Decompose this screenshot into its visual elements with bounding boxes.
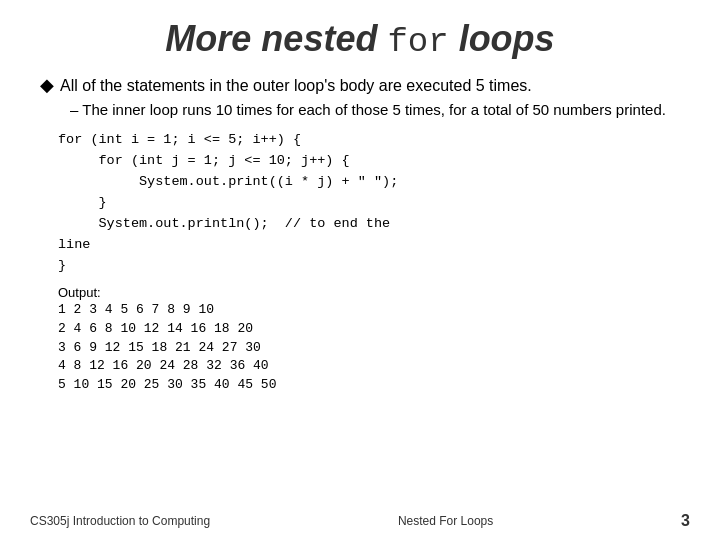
bullet-item: ◆ All of the statements in the outer loo… [40, 75, 690, 97]
footer: CS305j Introduction to Computing Nested … [0, 512, 720, 530]
title-code: for [387, 23, 448, 61]
footer-topic: Nested For Loops [398, 514, 493, 528]
sub-bullet: The inner loop runs 10 times for each of… [70, 99, 690, 120]
title-prefix: More nested [165, 18, 387, 59]
footer-page: 3 [681, 512, 690, 530]
slide-title: More nested for loops [30, 18, 690, 61]
bullet-text: All of the statements in the outer loop'… [60, 75, 532, 97]
code-block: for (int i = 1; i <= 5; i++) { for (int … [58, 130, 690, 276]
output-label: Output: [58, 285, 690, 300]
bullet-section: ◆ All of the statements in the outer loo… [40, 75, 690, 120]
output-lines: 1 2 3 4 5 6 7 8 9 10 2 4 6 8 10 12 14 16… [58, 301, 690, 395]
footer-course: CS305j Introduction to Computing [30, 514, 210, 528]
title-suffix: loops [449, 18, 555, 59]
bullet-diamond-icon: ◆ [40, 74, 54, 96]
slide: More nested for loops ◆ All of the state… [0, 0, 720, 540]
